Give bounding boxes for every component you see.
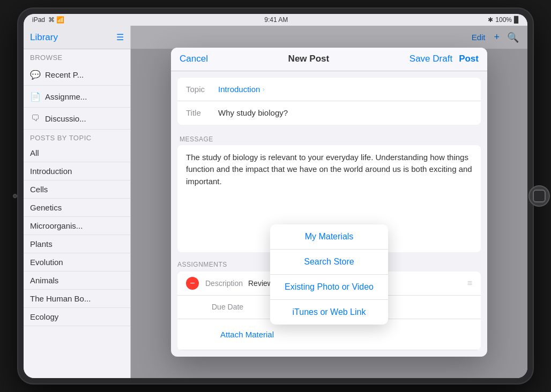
sidebar-item-discussions[interactable]: 🗨 Discussio...: [24, 108, 130, 130]
status-bar: iPad ⌘ 📶 9:41 AM ✱ 100% ▉: [24, 14, 527, 26]
status-right: ✱ 100% ▉: [488, 16, 519, 24]
topic-item-evolution[interactable]: Evolution: [24, 253, 130, 272]
topic-item-introduction[interactable]: Introduction: [24, 162, 130, 180]
topic-item-all[interactable]: All: [24, 144, 130, 162]
wifi-icon: ⌘ 📶: [48, 16, 64, 24]
sidebar-header: Library ☰: [24, 26, 130, 49]
delete-button[interactable]: −: [186, 277, 199, 290]
topic-item-genetics[interactable]: Genetics: [24, 199, 130, 217]
itunes-web-link-option[interactable]: iTunes or Web Link: [270, 300, 388, 325]
posts-by-topic-label: Posts By Topic: [24, 130, 130, 144]
sidebar-item-recent-posts[interactable]: 💬 Recent P...: [24, 64, 130, 86]
list-icon[interactable]: ☰: [116, 32, 124, 42]
bubble-icon: 💬: [30, 69, 41, 80]
attach-material-button[interactable]: Attach Material: [212, 325, 282, 344]
library-button[interactable]: Library: [30, 32, 58, 43]
message-section-header: MESSAGE: [171, 131, 487, 145]
battery-percentage: 100%: [495, 16, 512, 24]
right-panel: Edit + 🔍 Cancel New Post Sav: [131, 26, 527, 378]
device-frame: iPad ⌘ 📶 9:41 AM ✱ 100% ▉ Library ☰ Brow…: [18, 9, 533, 383]
dropdown-menu: My Materials Search Store Existing Photo…: [270, 224, 388, 325]
modal-body: Topic Introduction › Title Why study bio…: [171, 78, 487, 350]
topic-item-animals[interactable]: Animals: [24, 272, 130, 290]
modal-title: New Post: [288, 54, 330, 64]
sidebar-recent-posts-label: Recent P...: [45, 70, 124, 79]
topic-label: Topic: [186, 85, 218, 94]
battery-icon: ▉: [514, 16, 519, 24]
drag-handle-icon[interactable]: ≡: [467, 278, 472, 288]
carrier-label: iPad: [32, 16, 45, 24]
save-draft-button[interactable]: Save Draft: [409, 54, 452, 64]
search-store-option[interactable]: Search Store: [270, 250, 388, 275]
modal-header: Cancel New Post Save Draft Post: [171, 48, 487, 71]
title-label: Title: [186, 108, 218, 117]
sidebar: Library ☰ Browse 💬 Recent P... 📄 Assignm…: [24, 26, 131, 378]
post-button[interactable]: Post: [459, 54, 479, 64]
home-button-inner: [533, 190, 546, 202]
bluetooth-icon: ✱: [488, 16, 493, 24]
new-post-modal: Cancel New Post Save Draft Post: [171, 48, 487, 357]
title-row: Title Why study biology?: [177, 101, 481, 125]
description-label: Description: [205, 279, 248, 288]
browse-label: Browse: [24, 49, 130, 64]
sidebar-discussions-label: Discussio...: [45, 114, 124, 123]
modal-actions: Save Draft Post: [409, 54, 479, 64]
form-section-topic-title: Topic Introduction › Title Why study bio…: [177, 78, 481, 125]
topic-value[interactable]: Introduction ›: [218, 85, 472, 94]
topic-item-cells[interactable]: Cells: [24, 180, 130, 199]
bubble-pair-icon: 🗨: [30, 113, 41, 124]
sidebar-item-assignments[interactable]: 📄 Assignme...: [24, 86, 130, 108]
title-value[interactable]: Why study biology?: [218, 108, 288, 117]
home-button[interactable]: [528, 185, 550, 207]
cancel-button[interactable]: Cancel: [180, 54, 208, 64]
main-area: Library ☰ Browse 💬 Recent P... 📄 Assignm…: [24, 26, 527, 378]
camera-dot: [13, 194, 17, 198]
topic-item-microorganisms[interactable]: Microorganis...: [24, 217, 130, 235]
doc-icon: 📄: [30, 91, 41, 102]
topic-item-human-body[interactable]: The Human Bo...: [24, 290, 130, 308]
topic-chevron-icon: ›: [262, 85, 264, 93]
message-text: The study of biology is relevant to your…: [186, 153, 472, 186]
device-screen: iPad ⌘ 📶 9:41 AM ✱ 100% ▉ Library ☰ Brow…: [24, 14, 527, 378]
topic-value-text: Introduction: [218, 85, 260, 94]
sidebar-assignments-label: Assignme...: [45, 92, 124, 101]
due-date-label: Due Date: [212, 303, 255, 311]
existing-photo-video-option[interactable]: Existing Photo or Video: [270, 275, 388, 300]
status-left: iPad ⌘ 📶: [32, 16, 64, 24]
modal-overlay: Cancel New Post Save Draft Post: [131, 26, 527, 378]
status-time: 9:41 AM: [264, 16, 288, 24]
topic-item-ecology[interactable]: Ecology: [24, 308, 130, 326]
topic-row: Topic Introduction ›: [177, 78, 481, 101]
topic-item-plants[interactable]: Plants: [24, 235, 130, 253]
my-materials-option[interactable]: My Materials: [270, 224, 388, 250]
